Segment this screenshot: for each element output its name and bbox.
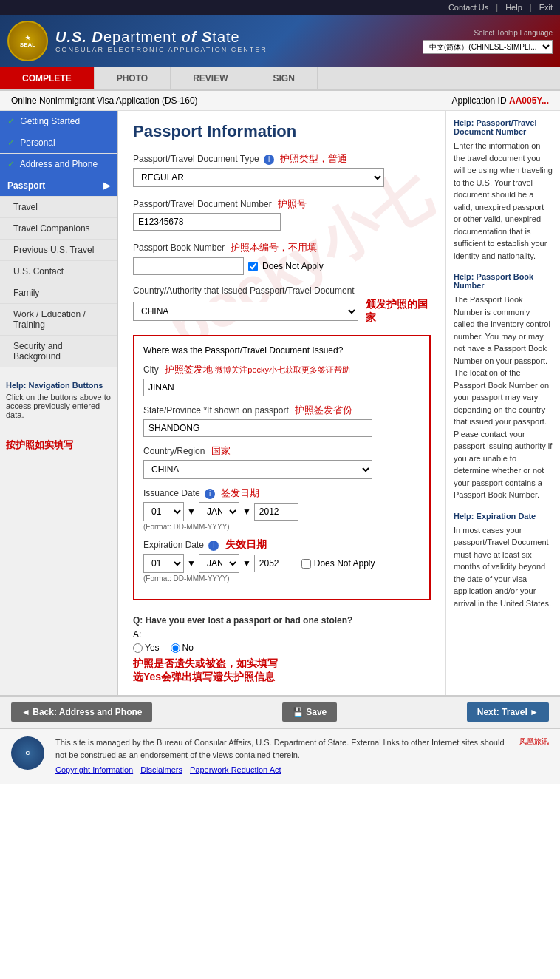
sidebar-help: Help: Navigation Buttons Click on the bu…	[0, 375, 117, 425]
expiry-month-select[interactable]: JANFEBMARAPRMAYJUNJULAUGSEPOCTNOVDEC	[199, 554, 239, 573]
footer-desc: This site is managed by the Bureau of Co…	[55, 736, 508, 761]
lost-no-label[interactable]: No	[171, 643, 194, 653]
footer-link-disclaimers[interactable]: Disclaimers	[140, 764, 182, 776]
passport-num-label: Passport/Travel Document Number 护照号	[133, 197, 431, 211]
lost-yes-label[interactable]: Yes	[133, 643, 160, 653]
help-link[interactable]: Help	[505, 3, 522, 12]
tab-complete[interactable]: COMPLETE	[0, 67, 95, 89]
issued-box: Where was the Passport/Travel Document I…	[133, 335, 431, 600]
top-nav: Contact Us | Help | Exit	[0, 0, 560, 15]
expiry-does-not-apply-checkbox[interactable]	[301, 559, 311, 569]
check-icon-address: ✓	[7, 159, 15, 169]
save-button[interactable]: 💾 Save	[282, 702, 337, 722]
lost-yes-radio[interactable]	[133, 643, 143, 653]
passport-type-chinese: 护照类型，普通	[280, 153, 347, 164]
bottom-buttons: ◄ Back: Address and Phone 💾 Save Next: T…	[0, 695, 560, 728]
info-icon-expiry[interactable]: i	[208, 541, 219, 551]
issuance-day-select[interactable]: 010203	[143, 502, 184, 521]
sidebar-item-security[interactable]: Security and Background	[0, 336, 117, 367]
passport-type-group: Passport/Travel Document Type i 护照类型，普通 …	[133, 152, 431, 187]
lost-radio-row: Yes No	[133, 643, 431, 653]
does-not-apply-label: Does Not Apply	[262, 261, 324, 271]
issuance-month-select[interactable]: JANFEBMARAPRMAYJUNJULAUGSEPOCTNOVDEC	[199, 502, 239, 521]
passport-type-label: Passport/Travel Document Type i 护照类型，普通	[133, 152, 431, 166]
issuance-year-input[interactable]	[254, 503, 298, 521]
info-icon-type[interactable]: i	[264, 155, 274, 165]
info-icon-issuance[interactable]: i	[205, 489, 215, 499]
header-right: Select Tooltip Language 中文(简体）(CHINESE-S…	[423, 29, 553, 54]
us-seal: ★SEAL	[7, 21, 48, 61]
city-input[interactable]	[143, 379, 372, 396]
tab-review[interactable]: REVIEW	[171, 67, 250, 89]
country-chinese: 国家	[211, 445, 231, 456]
form-section: Passport/Travel Document Type i 护照类型，普通 …	[133, 152, 431, 684]
tab-photo[interactable]: PHOTO	[95, 67, 171, 89]
lang-select-container: 中文(简体）(CHINESE-SIMPLI...	[423, 40, 553, 54]
passport-book-group: Passport Book Number 护照本编号，不用填 Does Not …	[133, 241, 431, 275]
expiry-does-not-apply-label: Does Not Apply	[314, 558, 375, 569]
issuance-format-hint: (Format: DD-MMM-YYYY)	[143, 523, 420, 531]
city-chinese: 护照签发地	[165, 364, 213, 375]
expiry-year-input[interactable]	[254, 555, 298, 572]
issued-country-select[interactable]: CHINA UNITED STATES OTHER	[133, 302, 358, 321]
country-region-select[interactable]: CHINA UNITED STATES OTHER	[143, 460, 372, 479]
city-group: City 护照签发地 微博关注pocky小七获取更多签证帮助	[143, 363, 420, 396]
passport-type-select[interactable]: REGULAR OFFICIAL DIPLOMATIC OTHER	[133, 168, 384, 187]
issued-country-annotation: 颁发护照的国家	[366, 298, 431, 325]
page-title: Passport Information	[133, 122, 431, 141]
footer-brand: 凤凰旅讯	[519, 736, 549, 747]
tab-bar: COMPLETE PHOTO REVIEW SIGN	[0, 67, 560, 91]
passport-num-chinese: 护照号	[278, 198, 307, 209]
footer-text-block: This site is managed by the Bureau of Co…	[55, 736, 508, 776]
passport-book-label: Passport Book Number 护照本编号，不用填	[133, 241, 431, 254]
header-title: U.S. Department of State CONSULAR ELECTR…	[55, 29, 267, 53]
language-select[interactable]: 中文(简体）(CHINESE-SIMPLI...	[423, 40, 553, 54]
arrow-icon: ▶	[103, 180, 110, 191]
back-button[interactable]: ◄ Back: Address and Phone	[11, 702, 152, 722]
help-title-3: Help: Expiration Date	[454, 512, 553, 521]
sidebar-item-getting-started[interactable]: ✓ Getting Started	[0, 111, 117, 132]
header-left: ★SEAL U.S. Department of State CONSULAR …	[7, 21, 267, 61]
main-layout: ✓ Getting Started ✓ Personal ✓ Address a…	[0, 111, 560, 695]
expiry-day-select[interactable]: 010203	[143, 554, 184, 573]
footer-seal: C	[11, 736, 44, 770]
help-text-3: In most cases your passport/Travel Docum…	[454, 524, 553, 610]
passport-num-input[interactable]	[133, 213, 281, 231]
city-annotation: 微博关注pocky小七获取更多签证帮助	[215, 365, 350, 374]
sidebar-item-travel[interactable]: Travel	[0, 197, 117, 218]
footer-link-paperwork[interactable]: Paperwork Reduction Act	[190, 764, 281, 776]
lost-annotation-block: 护照是否遗失或被盗，如实填写 选Yes会弹出填写遗失护照信息	[133, 657, 431, 684]
next-button[interactable]: Next: Travel ►	[467, 702, 549, 722]
issuance-chinese: 签发日期	[221, 487, 259, 498]
does-not-apply-checkbox[interactable]	[248, 262, 258, 271]
lost-passport-section: Q: Have you ever lost a passport or had …	[133, 615, 431, 684]
tooltip-lang-label: Select Tooltip Language	[423, 29, 553, 37]
annotation-lost-2: 选Yes会弹出填写遗失护照信息	[133, 671, 431, 684]
contact-link[interactable]: Contact Us	[448, 3, 488, 12]
footer-link-copyright[interactable]: Copyright Information	[55, 764, 133, 776]
check-icon: ✓	[7, 116, 15, 126]
expiry-date-group: Expiration Date i 失效日期 010203 ▼ JANFEBMA…	[143, 538, 420, 583]
issued-country-label: Country/Authority that Issued Passport/T…	[133, 285, 431, 296]
sidebar-item-family[interactable]: Family	[0, 282, 117, 304]
country-region-label: Country/Region 国家	[143, 444, 420, 458]
sidebar-item-passport[interactable]: Passport ▶	[0, 175, 117, 197]
sidebar-item-address[interactable]: ✓ Address and Phone	[0, 154, 117, 175]
sidebar-item-prev-travel[interactable]: Previous U.S. Travel	[0, 240, 117, 261]
where-issued-title-group: Where was the Passport/Travel Document I…	[143, 345, 420, 356]
sidebar-item-work-edu[interactable]: Work / Education / Training	[0, 304, 117, 336]
breadcrumb-title: Online Nonimmigrant Visa Application (DS…	[11, 95, 198, 106]
sidebar-item-us-contact[interactable]: U.S. Contact	[0, 261, 117, 282]
help-text-2: The Passport Book Number is commonly cal…	[454, 294, 553, 501]
dept-name: U.S. Department of State	[55, 29, 267, 46]
annotation-left: 按护照如实填写	[6, 439, 73, 450]
state-input[interactable]	[143, 419, 372, 437]
lost-no-radio[interactable]	[171, 643, 180, 653]
sidebar-item-travel-companions[interactable]: Travel Companions	[0, 218, 117, 240]
tab-sign[interactable]: SIGN	[250, 67, 317, 89]
city-label: City 护照签发地 微博关注pocky小七获取更多签证帮助	[143, 363, 420, 376]
exit-link[interactable]: Exit	[539, 3, 553, 12]
passport-book-input[interactable]	[133, 257, 244, 275]
help-section-1: Help: Passport/Travel Document Number En…	[454, 118, 553, 262]
sidebar-item-personal[interactable]: ✓ Personal	[0, 132, 117, 154]
